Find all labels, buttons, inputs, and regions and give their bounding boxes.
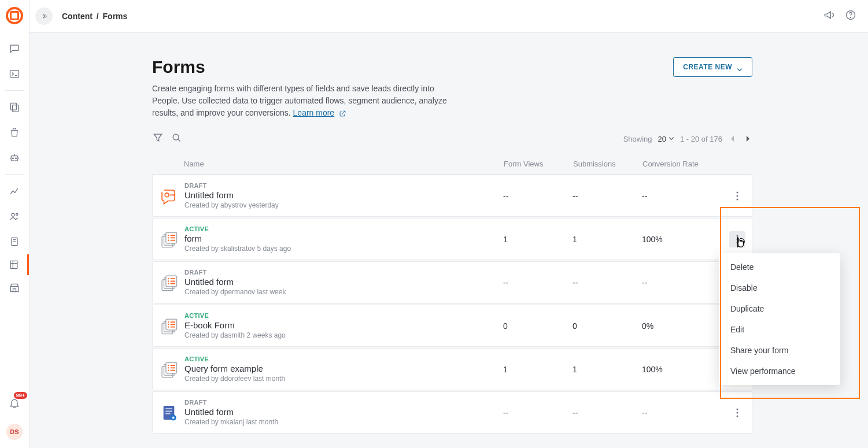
table-row[interactable]: DRAFTUntitled formCreated by mkalanj las… (152, 391, 752, 434)
menu-item-view-performance[interactable]: View performance (719, 361, 840, 382)
create-new-button[interactable]: CREATE NEW (673, 57, 752, 77)
status-badge: ACTIVE (184, 225, 503, 232)
svg-rect-57 (170, 365, 175, 366)
menu-item-disable[interactable]: Disable (719, 277, 840, 298)
svg-rect-45 (170, 321, 175, 323)
sidebar-item-store-icon[interactable] (8, 281, 21, 295)
status-badge: ACTIVE (184, 312, 503, 319)
rate-value: -- (642, 408, 723, 417)
row-context-menu: DeleteDisableDuplicateEditShare your for… (719, 253, 840, 385)
svg-rect-33 (170, 278, 175, 279)
sidebar-item-analytics-icon[interactable] (8, 184, 21, 198)
form-name[interactable]: Untitled form (184, 190, 503, 200)
svg-point-28 (737, 242, 738, 243)
svg-point-44 (168, 321, 169, 323)
form-meta: Created by mkalanj last month (184, 418, 503, 426)
form-name[interactable]: E-book Form (184, 320, 503, 330)
brand-logo[interactable] (6, 7, 23, 24)
rate-value: -- (642, 191, 723, 201)
form-stack-icon (159, 316, 179, 336)
filter-icon[interactable] (152, 132, 164, 146)
notification-bell-icon[interactable]: 99+ (8, 396, 21, 410)
sidebar-item-forms-active[interactable] (0, 254, 29, 275)
learn-more-link[interactable]: Learn more (293, 108, 335, 117)
form-name[interactable]: Query form example (184, 364, 503, 373)
page-size-select[interactable]: 20 (658, 135, 674, 143)
table-row[interactable]: ACTIVEE-book FormCreated by dasmith 2 we… (152, 305, 752, 347)
svg-rect-61 (170, 369, 175, 371)
svg-rect-66 (165, 408, 172, 409)
sidebar-item-copy-icon[interactable] (8, 100, 21, 114)
views-value: 1 (503, 365, 572, 374)
menu-item-share-your-form[interactable]: Share your form (719, 340, 840, 361)
sidebar-item-book-icon[interactable] (8, 235, 21, 249)
form-meta: Created by dpermanov last week (184, 288, 503, 296)
table-header: Name Form Views Submissions Conversion R… (152, 151, 752, 175)
form-name[interactable]: form (184, 234, 503, 243)
col-header-name[interactable]: Name (184, 160, 504, 168)
prev-page-button (728, 134, 737, 143)
svg-point-12 (173, 134, 179, 140)
svg-rect-47 (170, 324, 175, 325)
svg-point-32 (168, 278, 169, 279)
menu-item-duplicate[interactable]: Duplicate (719, 298, 840, 319)
col-header-views[interactable]: Form Views (504, 160, 573, 168)
announcement-icon[interactable] (823, 9, 834, 23)
svg-point-27 (737, 238, 738, 240)
form-meta: Created by ddorofeev last month (184, 375, 503, 383)
help-icon[interactable] (845, 9, 856, 23)
svg-rect-68 (165, 413, 171, 414)
svg-point-11 (851, 17, 851, 18)
rate-value: 100% (642, 235, 723, 244)
search-icon[interactable] (171, 132, 182, 146)
table-row[interactable]: ACTIVEQuery form exampleCreated by ddoro… (152, 348, 752, 390)
row-actions-button[interactable] (729, 405, 745, 421)
avatar[interactable]: DS (6, 424, 23, 440)
sidebar-item-bag-icon[interactable] (8, 125, 21, 139)
table-row[interactable]: DRAFTUntitled formCreated by abystrov ye… (152, 175, 752, 217)
status-badge: DRAFT (184, 399, 503, 406)
sidebar-item-terminal-icon[interactable] (8, 67, 21, 81)
sidebar: 99+ DS (0, 0, 29, 448)
views-value: -- (503, 278, 572, 287)
svg-point-24 (168, 239, 169, 240)
form-name[interactable]: Untitled form (184, 407, 503, 417)
sidebar-item-robot-icon[interactable] (8, 151, 21, 165)
external-link-icon (339, 110, 346, 117)
rate-value: 0% (642, 321, 723, 331)
page-description: Create engaging forms with different typ… (152, 83, 453, 119)
menu-item-delete[interactable]: Delete (719, 257, 840, 277)
submissions-value: 1 (572, 235, 642, 244)
form-stack-icon (159, 360, 179, 379)
main-content: Forms Create engaging forms with differe… (29, 33, 868, 448)
col-header-submissions[interactable]: Submissions (573, 160, 642, 168)
form-meta: Created by dasmith 2 weeks ago (184, 331, 503, 339)
breadcrumb: Content / Forms (62, 12, 127, 21)
svg-point-7 (16, 213, 18, 215)
row-actions-button[interactable] (729, 231, 745, 247)
form-name[interactable]: Untitled form (184, 277, 503, 287)
submissions-value: -- (572, 278, 642, 287)
svg-point-60 (168, 369, 169, 371)
table-row[interactable]: ACTIVEformCreated by skalistratov 5 days… (152, 218, 752, 260)
sidebar-toggle-button[interactable] (35, 8, 53, 25)
svg-rect-67 (165, 410, 172, 412)
menu-item-edit[interactable]: Edit (719, 319, 840, 340)
sidebar-divider (5, 90, 24, 91)
breadcrumb-parent[interactable]: Content (62, 12, 93, 21)
svg-point-70 (172, 416, 174, 419)
next-page-button[interactable] (743, 134, 752, 143)
svg-rect-37 (170, 283, 175, 284)
row-actions-button[interactable] (729, 188, 745, 204)
views-value: 0 (503, 321, 572, 331)
col-header-rate[interactable]: Conversion Rate (642, 160, 723, 168)
svg-rect-0 (10, 71, 19, 77)
views-value: -- (503, 408, 572, 417)
views-value: 1 (503, 235, 572, 244)
sidebar-item-people-icon[interactable] (8, 209, 21, 223)
svg-point-36 (168, 283, 169, 284)
sidebar-item-chat-icon[interactable] (8, 42, 21, 55)
table-row[interactable]: DRAFTUntitled formCreated by dpermanov l… (152, 261, 752, 303)
svg-point-56 (168, 365, 169, 366)
svg-rect-1 (10, 103, 16, 110)
